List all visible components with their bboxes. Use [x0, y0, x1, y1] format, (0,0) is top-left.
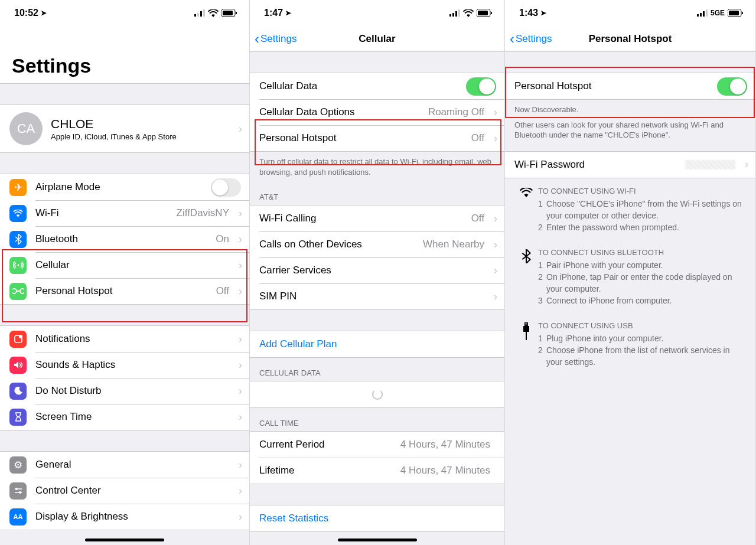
status-bar: 1:47 ➤ — [250, 0, 504, 26]
cellular-icon — [9, 257, 27, 274]
sim-pin-label: SIM PIN — [259, 291, 296, 302]
nav-title: Personal Hotspot — [505, 33, 755, 45]
wifi-row[interactable]: Wi-Fi ZiffDavisNY › — [0, 200, 249, 226]
wifi-icon — [514, 187, 538, 234]
svg-rect-1 — [197, 13, 199, 17]
chevron-right-icon: › — [239, 459, 242, 471]
airplane-toggle[interactable] — [211, 178, 241, 197]
lifetime-value: 4 Hours, 47 Minutes — [400, 465, 490, 477]
general-row[interactable]: ⚙︎ General › — [0, 452, 249, 478]
instr-bt-head: TO CONNECT USING BLUETOOTH — [538, 248, 746, 257]
svg-rect-15 — [458, 9, 460, 17]
personal-hotspot-row[interactable]: Personal Hotspot Off › — [0, 278, 249, 304]
svg-rect-19 — [697, 14, 699, 17]
svg-rect-6 — [236, 12, 237, 14]
personal-hotspot-row[interactable]: Personal Hotspot Off › — [250, 125, 504, 151]
chevron-right-icon: › — [239, 207, 242, 220]
chevron-right-icon: › — [239, 411, 242, 423]
svg-rect-12 — [449, 14, 451, 17]
apple-id-row[interactable]: CA CHLOE Apple ID, iCloud, iTunes & App … — [0, 105, 249, 152]
svg-rect-0 — [194, 14, 196, 17]
carrier-services-row[interactable]: Carrier Services › — [250, 257, 504, 283]
svg-rect-29 — [523, 326, 529, 332]
chevron-right-icon: › — [239, 333, 242, 345]
chevron-right-icon: › — [745, 158, 748, 171]
instr-usb-2: Choose iPhone from the list of network s… — [546, 344, 746, 368]
airplane-mode-row[interactable]: ✈︎ Airplane Mode — [0, 174, 249, 200]
hotspot-value: Off — [216, 285, 229, 297]
personal-hotspot-toggle[interactable] — [717, 77, 747, 96]
calls-other-row[interactable]: Calls on Other Devices When Nearby › — [250, 231, 504, 257]
status-bar: 1:43 ➤ 5GE — [505, 0, 755, 26]
sounds-label: Sounds & Haptics — [35, 359, 115, 371]
current-period-row: Current Period 4 Hours, 47 Minutes — [250, 432, 504, 458]
cellular-signal-icon — [194, 9, 205, 17]
control-center-icon — [9, 482, 27, 500]
svg-rect-20 — [700, 13, 702, 17]
instr-bt-2: On iPhone, tap Pair or enter the code di… — [546, 271, 746, 295]
chevron-right-icon: › — [239, 285, 242, 298]
nav-title: Cellular — [250, 33, 504, 45]
personal-hotspot-label: Personal Hotspot — [514, 80, 591, 92]
bluetooth-row[interactable]: Bluetooth On › — [0, 226, 249, 252]
wifi-password-row[interactable]: Wi-Fi Password › — [505, 152, 755, 178]
wifi-password-value — [685, 160, 735, 169]
current-period-label: Current Period — [259, 439, 325, 451]
cellular-row[interactable]: Cellular › — [0, 252, 249, 278]
display-row[interactable]: AA Display & Brightness › — [0, 504, 249, 530]
notifications-row[interactable]: Notifications › — [0, 326, 249, 352]
cellular-data-toggle[interactable] — [466, 77, 496, 96]
home-indicator — [85, 539, 164, 541]
reset-statistics-label: Reset Statistics — [259, 513, 328, 524]
status-bar: 10:52 ➤ — [0, 0, 249, 26]
battery-icon — [477, 9, 493, 17]
connect-wifi-instructions: TO CONNECT USING WI-FI 1Choose "CHLOE's … — [505, 178, 755, 240]
cellular-data-row[interactable]: Cellular Data — [250, 73, 504, 99]
page-title: Settings — [0, 26, 249, 83]
sounds-icon — [9, 357, 27, 374]
hourglass-icon — [9, 409, 27, 426]
screentime-row[interactable]: Screen Time › — [0, 404, 249, 430]
cellular-screen: 1:47 ➤ ‹ Settings Cellular Cellular Data… — [250, 0, 505, 545]
svg-rect-30 — [526, 332, 527, 340]
instr-bt-3: Connect to iPhone from computer. — [546, 295, 672, 306]
bluetooth-value: On — [216, 233, 229, 245]
chevron-right-icon: › — [239, 485, 242, 497]
location-arrow-icon: ➤ — [540, 9, 546, 17]
display-label: Display & Brightness — [35, 511, 128, 523]
svg-rect-18 — [491, 12, 492, 14]
notifications-icon — [9, 331, 27, 348]
sim-pin-row[interactable]: SIM PIN › — [250, 283, 504, 309]
bluetooth-icon — [514, 248, 538, 307]
control-center-row[interactable]: Control Center › — [0, 478, 249, 504]
chevron-right-icon: › — [239, 359, 242, 371]
cellular-footer: Turn off cellular data to restrict all d… — [250, 152, 504, 182]
cellular-signal-icon — [697, 9, 708, 17]
add-cellular-plan-row[interactable]: Add Cellular Plan — [250, 331, 504, 357]
location-arrow-icon: ➤ — [41, 9, 47, 17]
sounds-row[interactable]: Sounds & Haptics › — [0, 352, 249, 378]
settings-screen: 10:52 ➤ Settings CA CHLOE Apple ID, iClo… — [0, 0, 250, 545]
display-icon: AA — [9, 508, 27, 526]
chevron-right-icon: › — [494, 132, 497, 145]
usb-icon — [514, 321, 538, 368]
carrier-services-label: Carrier Services — [259, 265, 331, 276]
wifi-calling-row[interactable]: Wi-Fi Calling Off › — [250, 205, 504, 231]
instr-wifi-2: Enter the password when prompted. — [546, 221, 679, 233]
reset-statistics-row[interactable]: Reset Statistics — [250, 505, 504, 531]
connect-bluetooth-instructions: TO CONNECT USING BLUETOOTH 1Pair iPhone … — [505, 240, 755, 313]
wifi-calling-value: Off — [471, 213, 484, 224]
status-time: 1:43 — [519, 8, 538, 18]
personal-hotspot-toggle-row[interactable]: Personal Hotspot — [505, 73, 755, 99]
instr-wifi-1: Choose "CHLOE's iPhone" from the Wi-Fi s… — [546, 198, 746, 222]
current-period-value: 4 Hours, 47 Minutes — [400, 439, 490, 451]
svg-rect-21 — [703, 11, 705, 17]
wifi-password-label: Wi-Fi Password — [514, 159, 585, 171]
cellular-data-options-value: Roaming Off — [428, 106, 484, 118]
svg-rect-24 — [729, 11, 739, 15]
dnd-row[interactable]: Do Not Disturb › — [0, 378, 249, 404]
wifi-value: ZiffDavisNY — [177, 207, 229, 219]
svg-point-7 — [17, 265, 19, 266]
personal-hotspot-label: Personal Hotspot — [259, 132, 336, 144]
cellular-data-options-row[interactable]: Cellular Data Options Roaming Off › — [250, 99, 504, 125]
